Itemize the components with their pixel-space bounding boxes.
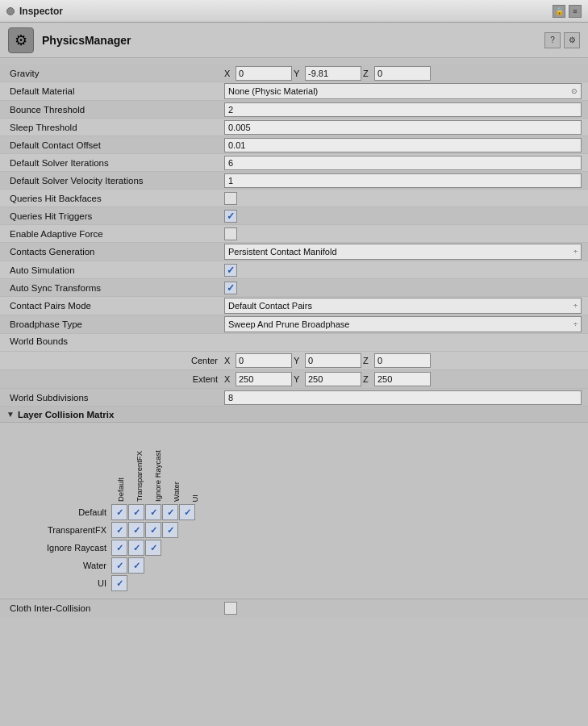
world-bounds-extent-fields: X Y Z <box>224 372 582 386</box>
contacts-generation-dropdown[interactable]: Persistent Contact Manifold ÷ <box>224 244 582 260</box>
matrix-cell-transparentfx-ignoreraycast[interactable] <box>145 522 161 538</box>
broadphase-dropdown-arrow: ÷ <box>573 320 578 328</box>
default-contact-offset-input[interactable] <box>224 138 582 152</box>
auto-sync-transforms-checkbox[interactable] <box>224 282 237 294</box>
matrix-cell-ignoreraycast-ignoreraycast[interactable] <box>145 540 161 556</box>
layer-collision-matrix-header[interactable]: ▼ Layer Collision Matrix <box>0 407 588 423</box>
component-header: ⚙ PhysicsManager ? ⚙ <box>0 23 588 58</box>
queries-hit-backfaces-checkbox[interactable] <box>224 192 237 205</box>
world-subdivisions-input[interactable] <box>224 390 582 405</box>
menu-icon[interactable]: ≡ <box>569 5 582 18</box>
center-z-input[interactable] <box>374 353 431 368</box>
contacts-dropdown-arrow: ÷ <box>573 248 578 256</box>
matrix-cell-ui-default[interactable] <box>111 575 127 591</box>
title-bar-icons: 🔒 ≡ <box>553 5 582 18</box>
matrix-row-default-cells <box>111 504 195 520</box>
world-bounds-extent-row: Extent X Y Z <box>0 370 588 389</box>
auto-simulation-label: Auto Simulation <box>6 265 224 275</box>
enable-adaptive-force-checkbox[interactable] <box>224 227 237 240</box>
matrix-cell-transparentfx-transparentfx[interactable] <box>128 522 144 538</box>
matrix-row-ui-cells <box>111 575 127 591</box>
default-material-row: Default Material None (Physic Material) … <box>0 82 588 101</box>
default-material-dropdown[interactable]: None (Physic Material) ⊙ <box>224 83 582 99</box>
matrix-row-ui: UI <box>6 574 582 592</box>
matrix-cell-default-ui[interactable] <box>179 504 195 520</box>
enable-adaptive-force-field <box>224 227 582 240</box>
world-bounds-center-row: Center X Y Z <box>0 352 588 370</box>
matrix-cell-default-default[interactable] <box>111 504 127 520</box>
world-subdivisions-row: World Subdivisions <box>0 389 588 407</box>
inspector-content: Gravity X Y Z Default Material None (Phy… <box>0 58 588 624</box>
queries-hit-backfaces-label: Queries Hit Backfaces <box>6 194 224 203</box>
enable-adaptive-force-label: Enable Adaptive Force <box>6 229 224 239</box>
broadphase-type-dropdown[interactable]: Sweep And Prune Broadphase ÷ <box>224 316 582 332</box>
matrix-cell-water-transparentfx[interactable] <box>128 557 144 574</box>
matrix-cell-water-default[interactable] <box>111 557 127 574</box>
bounce-threshold-row: Bounce Threshold <box>0 101 588 119</box>
cloth-inter-collision-checkbox[interactable] <box>224 602 237 615</box>
queries-hit-backfaces-field <box>224 192 582 205</box>
extent-z-input[interactable] <box>374 372 431 386</box>
matrix-row-ui-label: UI <box>6 578 111 588</box>
auto-simulation-checkbox[interactable] <box>224 264 237 277</box>
default-solver-iterations-label: Default Solver Iterations <box>6 158 224 168</box>
gravity-y-input[interactable] <box>305 66 361 81</box>
cloth-inter-collision-label: Cloth Inter-Collision <box>6 603 224 613</box>
matrix-row-transparentfx-label: TransparentFX <box>6 525 111 535</box>
title-bar-dot <box>6 7 15 15</box>
gravity-label: Gravity <box>6 69 224 78</box>
world-subdivisions-field <box>224 390 582 405</box>
contact-pairs-mode-dropdown[interactable]: Default Contact Pairs ÷ <box>224 298 582 314</box>
broadphase-type-label: Broadphase Type <box>6 319 224 329</box>
matrix-row-transparentfx: TransparentFX <box>6 521 582 539</box>
matrix-cell-transparentfx-default[interactable] <box>111 522 127 538</box>
extent-z-label: Z <box>363 374 373 384</box>
matrix-row-water-label: Water <box>6 561 111 570</box>
contact-pairs-mode-value: Default Contact Pairs <box>228 301 312 311</box>
matrix-row-water-cells <box>111 557 144 574</box>
extent-x-input[interactable] <box>236 372 292 386</box>
gravity-x-label: X <box>224 69 234 78</box>
matrix-col-labels: Default TransparentFX Ignore Raycast Wat… <box>111 429 203 502</box>
bounce-threshold-field <box>224 102 582 117</box>
gravity-z-input[interactable] <box>374 66 431 81</box>
queries-hit-triggers-checkbox[interactable] <box>224 210 237 223</box>
sleep-threshold-input[interactable] <box>224 120 582 135</box>
matrix-row-water: Water <box>6 557 582 574</box>
matrix-col-default: Default <box>111 429 129 502</box>
center-x-input[interactable] <box>236 353 292 368</box>
contacts-generation-value: Persistent Contact Manifold <box>228 247 337 257</box>
gravity-field: X Y Z <box>224 66 582 81</box>
lock-icon[interactable]: 🔒 <box>553 5 565 18</box>
center-x-label: X <box>224 356 234 365</box>
matrix-col-transparentfx: TransparentFX <box>130 429 148 502</box>
matrix-cell-ignoreraycast-default[interactable] <box>111 540 127 556</box>
world-bounds-row: World Bounds <box>0 334 588 352</box>
broadphase-type-row: Broadphase Type Sweep And Prune Broadpha… <box>0 315 588 334</box>
matrix-row-default-label: Default <box>6 507 111 517</box>
component-title: PhysicsManager <box>42 34 544 47</box>
gravity-y-label: Y <box>294 69 303 78</box>
matrix-cell-ignoreraycast-transparentfx[interactable] <box>128 540 144 556</box>
default-contact-offset-label: Default Contact Offset <box>6 140 224 150</box>
default-solver-iterations-input[interactable] <box>224 156 582 170</box>
title-bar-text: Inspector <box>19 6 63 17</box>
matrix-cell-default-ignoreraycast[interactable] <box>145 504 161 520</box>
auto-sync-transforms-row: Auto Sync Transforms <box>0 279 588 297</box>
settings-button[interactable]: ⚙ <box>564 32 580 48</box>
center-y-input[interactable] <box>305 353 361 368</box>
matrix-cell-default-water[interactable] <box>162 504 178 520</box>
help-button[interactable]: ? <box>544 32 561 48</box>
gravity-x-input[interactable] <box>236 66 292 81</box>
default-contact-offset-row: Default Contact Offset <box>0 136 588 154</box>
matrix-cell-transparentfx-water[interactable] <box>162 522 178 538</box>
matrix-row-transparentfx-cells <box>111 522 178 538</box>
contact-pairs-mode-label: Contact Pairs Mode <box>6 301 224 311</box>
bounce-threshold-input[interactable] <box>224 102 582 117</box>
matrix-row-ignore-raycast-cells <box>111 540 161 556</box>
default-solver-velocity-input[interactable] <box>224 173 582 188</box>
extent-y-input[interactable] <box>305 372 361 386</box>
auto-sync-transforms-field <box>224 282 582 294</box>
default-solver-iterations-field <box>224 156 582 170</box>
matrix-cell-default-transparentfx[interactable] <box>128 504 144 520</box>
